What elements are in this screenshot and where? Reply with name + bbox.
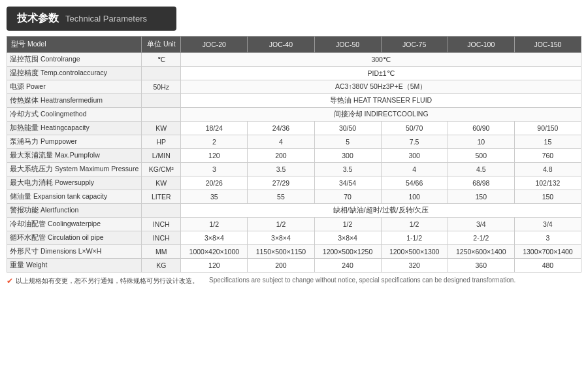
row-unit: KG [142, 259, 181, 273]
row-label: 泵浦马力 Pumppower [7, 135, 142, 149]
table-row: 警报功能 Alertfunction缺相/缺油/超时/过载/反转/欠压 [7, 204, 581, 218]
row-value: 5 [314, 135, 381, 149]
table-row: 最大系统压力 System Maximum PressureKG/CM²33.5… [7, 163, 581, 176]
row-value: 200 [248, 149, 314, 163]
row-label: 冷却方式 Coolingmethod [7, 108, 142, 122]
row-unit: HP [142, 135, 181, 149]
table-row: 传热媒体 Heattransfermedium导热油 HEAT TRANSEER… [7, 94, 581, 108]
row-value: 4 [248, 135, 314, 149]
row-value: 3.5 [314, 163, 381, 176]
table-row: 最大电力消耗 PowersupplyKW20/2627/2934/5454/66… [7, 176, 581, 190]
row-value: 34/54 [314, 176, 381, 190]
row-label: 循环水配管 Circulation oil pipe [7, 231, 142, 245]
row-value: 3/4 [514, 218, 581, 231]
row-value: 3 [181, 163, 248, 176]
table-container: 型号 Model 单位 Unit JOC-20 JOC-40 JOC-50 JO… [7, 36, 581, 273]
row-label: 最大系统压力 System Maximum Pressure [7, 163, 142, 176]
row-unit [142, 204, 181, 218]
col-joc150: JOC-150 [514, 37, 581, 53]
row-label: 传热媒体 Heattransfermedium [7, 94, 142, 108]
row-value: 55 [248, 190, 314, 204]
row-value: 1/2 [181, 218, 248, 231]
row-label: 最大泵浦流量 Max.Pumpfolw [7, 149, 142, 163]
row-unit: KG/CM² [142, 163, 181, 176]
row-value: 3/4 [448, 218, 514, 231]
row-unit: KW [142, 176, 181, 190]
row-span-value: 导热油 HEAT TRANSEER FLUID [181, 94, 581, 108]
table-row: 循环水配管 Circulation oil pipeINCH3×8×43×8×4… [7, 231, 581, 245]
row-value: 4.8 [514, 163, 581, 176]
row-label: 最大电力消耗 Powersupply [7, 176, 142, 190]
table-row: 外形尺寸 Dimensions L×W×HMM1000×420×10001150… [7, 245, 581, 259]
row-value: 1250×600×1400 [448, 245, 514, 259]
table-row: 冷却方式 Coolingmethod间接冷却 INDIRECTCOOLING [7, 108, 581, 122]
row-label: 冷却油配管 Coolingwaterpipe [7, 218, 142, 231]
row-value: 3×8×4 [314, 231, 381, 245]
footer-zh: 以上规格如有变更，恕不另行通知，特殊规格可另行设计改造。 [16, 276, 199, 286]
row-value: 150 [448, 190, 514, 204]
tech-params-table: 型号 Model 单位 Unit JOC-20 JOC-40 JOC-50 JO… [7, 36, 581, 273]
row-value: 102/132 [514, 176, 581, 190]
row-value: 1-1/2 [381, 231, 448, 245]
table-row: 泵浦马力 PumppowerHP2457.51015 [7, 135, 581, 149]
row-value: 70 [314, 190, 381, 204]
table-row: 重量 WeightKG120200240320360480 [7, 259, 581, 273]
row-span-value: 300℃ [181, 53, 581, 67]
row-span-value: 间接冷却 INDIRECTCOOLING [181, 108, 581, 122]
row-value: 10 [448, 135, 514, 149]
header-en: Technical Parameters [65, 14, 147, 24]
row-value: 300 [381, 149, 448, 163]
row-unit [142, 94, 181, 108]
row-value: 20/26 [181, 176, 248, 190]
header-zh: 技术参数 [17, 12, 59, 25]
row-value: 480 [514, 259, 581, 273]
row-unit: LITER [142, 190, 181, 204]
row-span-value: PID±1℃ [181, 67, 581, 80]
row-unit: ℃ [142, 53, 181, 67]
row-value: 54/66 [381, 176, 448, 190]
row-value: 1/2 [248, 218, 314, 231]
row-value: 100 [381, 190, 448, 204]
row-unit: INCH [142, 231, 181, 245]
row-value: 120 [181, 149, 248, 163]
table-row: 加热能量 HeatingcapacityKW18/2424/3630/5050/… [7, 122, 581, 135]
row-label: 加热能量 Heatingcapacity [7, 122, 142, 135]
row-value: 18/24 [181, 122, 248, 135]
row-value: 50/70 [381, 122, 448, 135]
table-row: 温控精度 Temp.controlaccuracyPID±1℃ [7, 67, 581, 80]
row-value: 3.5 [248, 163, 314, 176]
row-value: 15 [514, 135, 581, 149]
table-row: 最大泵浦流量 Max.PumpfolwL/MIN1202003003005007… [7, 149, 581, 163]
row-label: 温控精度 Temp.controlaccuracy [7, 67, 142, 80]
table-row: 冷却油配管 CoolingwaterpipeINCH1/21/21/21/23/… [7, 218, 581, 231]
row-value: 500 [448, 149, 514, 163]
table-row: 储油量 Expansion tank capacityLITER35557010… [7, 190, 581, 204]
row-value: 320 [381, 259, 448, 273]
footer-en: Specifications are subject to change wit… [209, 276, 515, 284]
row-unit: L/MIN [142, 149, 181, 163]
row-label: 储油量 Expansion tank capacity [7, 190, 142, 204]
row-value: 3 [514, 231, 581, 245]
col-model: 型号 Model [7, 37, 142, 53]
row-value: 200 [248, 259, 314, 273]
row-label: 外形尺寸 Dimensions L×W×H [7, 245, 142, 259]
row-value: 3×8×4 [248, 231, 314, 245]
row-value: 300 [314, 149, 381, 163]
row-unit: MM [142, 245, 181, 259]
col-joc20: JOC-20 [181, 37, 248, 53]
table-header-row: 型号 Model 单位 Unit JOC-20 JOC-40 JOC-50 JO… [7, 37, 581, 53]
col-joc75: JOC-75 [381, 37, 448, 53]
row-value: 27/29 [248, 176, 314, 190]
row-label: 电源 Power [7, 80, 142, 94]
col-unit: 单位 Unit [142, 37, 181, 53]
row-value: 35 [181, 190, 248, 204]
row-value: 7.5 [381, 135, 448, 149]
row-value: 2 [181, 135, 248, 149]
row-value: 2-1/2 [448, 231, 514, 245]
row-value: 30/50 [314, 122, 381, 135]
row-unit [142, 108, 181, 122]
row-span-value: 缺相/缺油/超时/过载/反转/欠压 [181, 204, 581, 218]
table-row: 温控范围 Controlrange℃300℃ [7, 53, 581, 67]
table-row: 电源 Power50HzAC3↑380V 50Hz3P+E（5M） [7, 80, 581, 94]
row-value: 1/2 [314, 218, 381, 231]
